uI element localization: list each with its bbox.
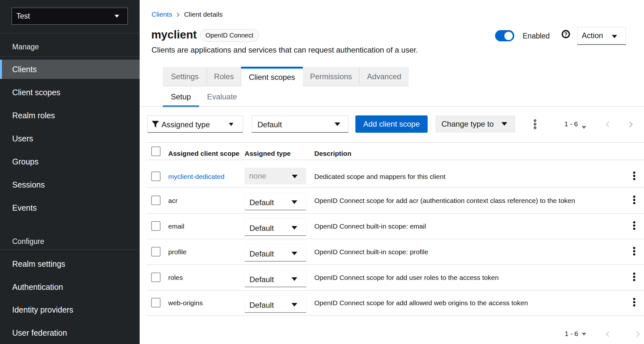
svg-text:?: ? [564,31,567,37]
